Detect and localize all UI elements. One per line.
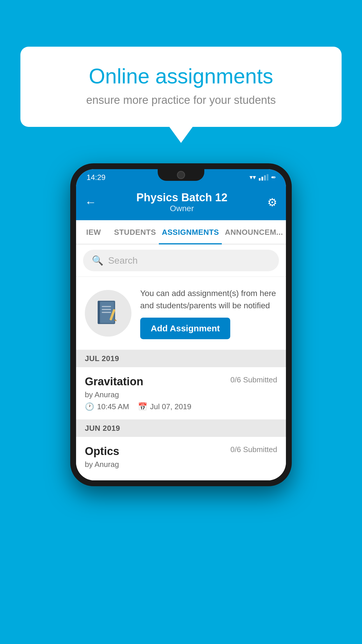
tab-iew[interactable]: IEW — [76, 220, 111, 244]
assignment-item-gravitation[interactable]: Gravitation 0/6 Submitted by Anurag 🕐 10… — [76, 367, 286, 420]
battery-icon — [271, 176, 275, 178]
speech-bubble: Online assignments ensure more practice … — [20, 47, 342, 127]
assignment-name: Gravitation — [85, 375, 143, 388]
phone-screen: 14:29 ▾▾ ← Physics B — [76, 169, 286, 480]
search-container: 🔍 Search — [76, 244, 286, 277]
header-center: Physics Batch 12 Owner — [136, 191, 228, 213]
phone-frame: 14:29 ▾▾ ← Physics B — [70, 163, 292, 486]
signal-icon — [259, 174, 268, 181]
assignment-top-row-optics: Optics 0/6 Submitted — [85, 445, 277, 458]
svg-rect-2 — [102, 306, 111, 307]
back-button[interactable]: ← — [85, 196, 96, 209]
assignment-item-optics[interactable]: Optics 0/6 Submitted by Anurag — [76, 437, 286, 480]
speech-bubble-container: Online assignments ensure more practice … — [20, 47, 342, 143]
speech-bubble-subtitle: ensure more practice for your students — [41, 94, 321, 106]
svg-rect-4 — [102, 312, 111, 313]
status-icons: ▾▾ — [249, 174, 275, 181]
phone-notch — [158, 169, 204, 181]
add-assignment-button[interactable]: Add Assignment — [140, 318, 230, 339]
assignment-meta: 🕐 10:45 AM 📅 Jul 07, 2019 — [85, 402, 277, 411]
clock-icon: 🕐 — [85, 402, 94, 411]
header-title: Physics Batch 12 — [136, 191, 228, 204]
search-input-placeholder[interactable]: Search — [108, 255, 138, 266]
assignment-by: by Anurag — [85, 390, 277, 399]
section-header-jun: JUN 2019 — [76, 420, 286, 437]
speech-bubble-arrow — [169, 127, 193, 143]
assignment-time: 🕐 10:45 AM — [85, 402, 129, 411]
tab-announcements[interactable]: ANNOUNCEM... — [222, 220, 286, 244]
wifi-icon: ▾▾ — [249, 174, 256, 181]
promo-text-area: You can add assignment(s) from here and … — [140, 287, 277, 339]
search-bar[interactable]: 🔍 Search — [83, 250, 279, 271]
search-icon: 🔍 — [92, 255, 103, 266]
settings-button[interactable]: ⚙ — [267, 196, 277, 209]
calendar-icon: 📅 — [138, 402, 147, 411]
assignment-top-row: Gravitation 0/6 Submitted — [85, 375, 277, 388]
svg-rect-3 — [102, 309, 111, 310]
speech-bubble-title: Online assignments — [41, 64, 321, 88]
notebook-icon — [96, 300, 120, 326]
assignment-date: 📅 Jul 07, 2019 — [138, 402, 191, 411]
assignment-submitted-optics: 0/6 Submitted — [231, 445, 277, 454]
assignment-by-optics: by Anurag — [85, 460, 277, 469]
app-header: ← Physics Batch 12 Owner ⚙ — [76, 186, 286, 220]
promo-section: You can add assignment(s) from here and … — [76, 277, 286, 350]
tabs-bar: IEW STUDENTS ASSIGNMENTS ANNOUNCEM... — [76, 220, 286, 244]
promo-icon-circle — [85, 290, 131, 337]
promo-description: You can add assignment(s) from here and … — [140, 287, 277, 312]
section-header-jul: JUL 2019 — [76, 350, 286, 367]
assignment-submitted: 0/6 Submitted — [231, 375, 277, 384]
header-subtitle: Owner — [136, 204, 228, 213]
status-time: 14:29 — [87, 173, 106, 182]
phone-wrapper: 14:29 ▾▾ ← Physics B — [70, 163, 292, 486]
phone-camera — [177, 171, 185, 179]
tab-students[interactable]: STUDENTS — [111, 220, 159, 244]
svg-rect-5 — [98, 301, 100, 324]
tab-assignments[interactable]: ASSIGNMENTS — [159, 220, 222, 244]
assignment-name-optics: Optics — [85, 445, 119, 458]
